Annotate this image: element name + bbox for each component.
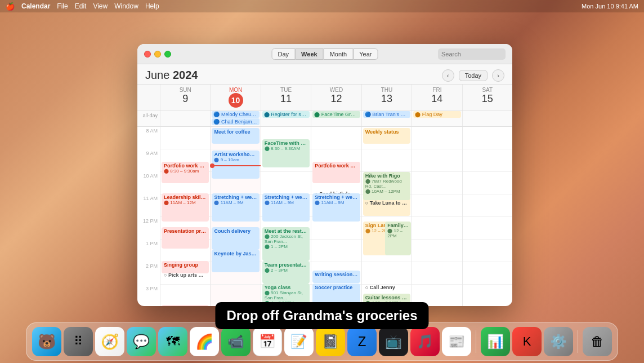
allday-event-samba[interactable]: ⬤ Register for samba class (262, 111, 310, 118)
allday-label: all-day (137, 110, 160, 126)
event-pickup-sun[interactable]: ○ Pick up arts & crafts sup... (162, 271, 209, 284)
allday-event-flagday[interactable]: ⬤ Flag Day (413, 111, 460, 118)
apple-menu[interactable]: 🍎 (6, 2, 15, 11)
event-coffee-mon[interactable]: Meet for coffee (212, 128, 259, 144)
event-leadership-sun[interactable]: Leadership skills workshop ⬤ 11AM – 12M (162, 193, 209, 222)
dock-trash[interactable]: 🗑 (583, 327, 612, 356)
event-keynote-mon[interactable]: Keynote by Jasmine (212, 250, 259, 272)
day-headers: SUN 9 MON 10 TUE 11 WED 12 THU 13 FRI 14 (137, 85, 512, 110)
day-name-mon: MON (229, 87, 242, 93)
month-view-button[interactable]: Month (324, 48, 354, 60)
day-view-button[interactable]: Day (272, 48, 296, 60)
traffic-lights (144, 51, 171, 57)
day-header-fri: FRI 14 (412, 85, 462, 110)
event-presentation-sun[interactable]: Presentation prep (162, 227, 209, 249)
day-num-12: 12 (312, 93, 360, 105)
fri-col (412, 127, 462, 306)
dock-reminders[interactable]: 📝 (284, 327, 314, 356)
time-9am: 9 AM (137, 149, 160, 172)
current-time-indicator (211, 165, 260, 166)
dock-facetime[interactable]: 📹 (221, 327, 251, 356)
window-menu[interactable]: Window (114, 2, 138, 10)
time-12pm: 12 PM (137, 217, 160, 240)
event-stretching-wed[interactable]: Stretching + weights ⬤ 11AM – 9M (312, 193, 360, 222)
dock-numbers[interactable]: 📊 (481, 327, 510, 356)
day-name-tue: TUE (280, 87, 292, 93)
day-name-sun: SUN (180, 87, 191, 93)
event-stretching-mon[interactable]: Stretching + weights ⬤ 11AM – 9M (212, 193, 259, 222)
dock-news[interactable]: 📰 (442, 327, 471, 356)
event-team-pres-tue[interactable]: Team presentation ⬤ 2 – 3PM (262, 261, 310, 284)
dock-messages[interactable]: 💬 (127, 327, 156, 356)
event-hike-thu[interactable]: Hike with Rigo ⬤ 7887 Redwood Rd, Cast..… (363, 172, 410, 200)
dock-appletv[interactable]: 📺 (379, 327, 408, 356)
allday-event-facetime-grandma[interactable]: ⬤ FaceTime Grandma (312, 111, 360, 118)
allday-tue: ⬤ Register for samba class (261, 110, 311, 126)
time-grid-container[interactable]: 8 AM 9 AM 10 AM 11 AM 12 PM 1 PM 2 PM 3 … (137, 127, 512, 306)
allday-event-chad[interactable]: 🔵 Chad Benjamin Potter... (212, 118, 259, 125)
year-view-button[interactable]: Year (353, 48, 378, 60)
close-button[interactable] (144, 51, 151, 57)
dock-finder[interactable]: 🐻 (32, 327, 61, 356)
event-stretching-tue[interactable]: Stretching + weights ⬤ 11AM – 9M (262, 193, 310, 222)
time-3pm: 3 PM (137, 285, 160, 306)
dock-systemprefs[interactable]: ⚙️ (544, 327, 573, 356)
event-weekly-status-thu[interactable]: Weekly status (363, 128, 410, 144)
prev-button[interactable]: ‹ (442, 69, 454, 82)
edit-menu[interactable]: Edit (75, 2, 87, 10)
time-2pm: 2 PM (137, 262, 160, 285)
calendar-nav: ‹ Today › (442, 69, 504, 82)
file-menu[interactable]: File (57, 2, 68, 10)
allday-event-melody[interactable]: 🔵 Melody Cheung's Birt... (212, 111, 259, 118)
day-header-tue: TUE 11 (261, 85, 311, 110)
time-10am: 10 AM (137, 172, 160, 194)
minimize-button[interactable] (154, 51, 161, 57)
dock-safari[interactable]: 🧭 (95, 327, 124, 356)
week-view-button[interactable]: Week (295, 48, 324, 60)
event-restaurant-tue[interactable]: Meet at the restaurant ⬤ 200 Jackson St,… (262, 227, 310, 261)
maximize-button[interactable] (164, 51, 171, 57)
day-name-sat: SAT (482, 87, 493, 93)
day-header-wed: WED 12 (311, 85, 361, 110)
allday-thu: 🔵 Brian Tran's Birthday (361, 110, 412, 126)
help-menu[interactable]: Help (145, 2, 159, 10)
month-year-title: June 2024 (145, 69, 198, 82)
dock-music[interactable]: 🎵 (410, 327, 440, 356)
dock-notes[interactable]: 📓 (316, 327, 345, 356)
app-menu[interactable]: Calendar (21, 2, 50, 10)
dock-calendar[interactable]: 📅 (253, 327, 282, 356)
allday-mon: 🔵 Melody Cheung's Birt... 🔵 Chad Benjami… (210, 110, 260, 126)
event-luna-thu[interactable]: ○ Take Luna to the vet (363, 199, 410, 211)
dock-keynote[interactable]: K (512, 327, 542, 356)
event-family-picnic-thu[interactable]: Family picnic ⬤ 12 – 2PM (385, 222, 411, 255)
allday-sat (462, 110, 512, 126)
allday-event-brian[interactable]: 🔵 Brian Tran's Birthday (363, 111, 410, 118)
event-portfolio-wed[interactable]: Portfolio work session (312, 162, 360, 183)
event-portfolio-sun[interactable]: Portfolio work session ⬤ 8:30 – 9:30am (162, 162, 209, 183)
allday-wed: ⬤ FaceTime Grandma (311, 110, 361, 126)
allday-fri: ⬤ Flag Day (412, 110, 462, 126)
day-header-sun: SUN 9 (160, 85, 210, 110)
event-artist-mon[interactable]: Artist workshop kickoff! ⬤ 9 – 10am (212, 150, 259, 179)
event-writing-wed[interactable]: Writing session with Or... (312, 271, 360, 283)
menu-bar-left: 🍎 Calendar File Edit View Window Help (6, 2, 159, 11)
today-button[interactable]: Today (459, 70, 488, 81)
day-header-thu: THU 13 (361, 85, 412, 110)
search-input[interactable] (438, 48, 506, 60)
mon-col: Meet for coffee Artist workshop kickoff!… (210, 127, 260, 306)
dock-maps[interactable]: 🗺 (158, 327, 187, 356)
event-tooltip: Drop off Grandma's groceries (215, 302, 428, 329)
dock-photos[interactable]: 🌈 (190, 327, 219, 356)
day-header-mon: MON 10 (210, 85, 260, 110)
dock-zoom[interactable]: Z (347, 327, 377, 356)
next-button[interactable]: › (492, 69, 504, 82)
day-num-15: 15 (464, 93, 511, 105)
day-name-fri: FRI (432, 87, 441, 93)
event-projects-sun[interactable]: Project presentations ⬤ 5 – 7PM (162, 305, 209, 306)
view-menu[interactable]: View (93, 2, 108, 10)
event-couch-mon[interactable]: Couch delivery (212, 227, 259, 250)
wed-col: Portfolio work session ○ Send birthday c… (311, 127, 361, 306)
event-facetime-tue[interactable]: FaceTime with Grandma ⬤ 8:30 – 9:30AM (262, 139, 310, 167)
dock-launchpad[interactable]: ⠿ (64, 327, 93, 356)
day-num-9: 9 (162, 93, 209, 105)
